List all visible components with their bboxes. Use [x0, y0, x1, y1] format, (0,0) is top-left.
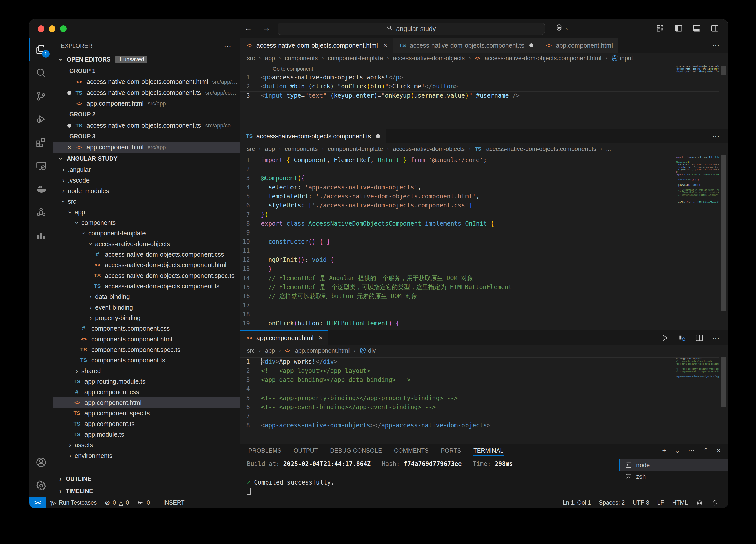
tree-folder-src[interactable]: ›src	[53, 196, 240, 207]
breadcrumb-item[interactable]: components	[285, 146, 318, 153]
breadcrumb-item[interactable]: component-template	[328, 146, 383, 153]
tree-folder-components[interactable]: ›components	[53, 217, 240, 228]
activity-organization[interactable]	[29, 201, 53, 224]
tree-file-components.component.css[interactable]: #components.component.css	[53, 323, 240, 334]
tree-folder-component-template[interactable]: ›component-template	[53, 228, 240, 239]
toggle-panel-icon[interactable]	[692, 24, 701, 33]
panel-tab-ports[interactable]: PORTS	[441, 444, 461, 457]
panel-tab-output[interactable]: OUTPUT	[294, 444, 318, 457]
tree-folder-access-native-dom-objects[interactable]: ›access-native-dom-objects	[53, 239, 240, 249]
tree-file-app-routing.module.ts[interactable]: TSapp-routing.module.ts	[53, 376, 240, 387]
close-icon[interactable]: ×	[319, 334, 323, 342]
close-icon[interactable]: ×	[383, 41, 387, 49]
tree-file-access-native-dom-objects.component.spec.ts[interactable]: TSaccess-native-dom-objects.component.sp…	[53, 270, 240, 281]
tree-file-app.component.spec.ts[interactable]: TSapp.component.spec.ts	[53, 408, 240, 418]
tab-access-native-dom-objects.component.ts[interactable]: TSaccess-native-dom-objects.component.ts	[240, 129, 386, 144]
activity-explorer[interactable]: 1	[29, 38, 53, 61]
breadcrumb-item[interactable]: app	[265, 347, 275, 354]
tree-file-access-native-dom-objects.component.html[interactable]: <>access-native-dom-objects.component.ht…	[53, 260, 240, 270]
tree-file-components.component.spec.ts[interactable]: TScomponents.component.spec.ts	[53, 344, 240, 355]
terminal-instance-zsh[interactable]: zsh	[619, 471, 728, 482]
open-editors-header[interactable]: ›OPEN EDITORS1 unsaved	[53, 54, 240, 65]
breadcrumb-item[interactable]: div	[360, 347, 376, 354]
plus-icon[interactable]: +	[662, 447, 666, 455]
breadcrumb-item[interactable]: <>access-native-dom-objects.component.ht…	[475, 55, 601, 62]
status-item[interactable]: ▷▷Run Testcases	[46, 497, 101, 508]
tree-file-components.component.ts[interactable]: TScomponents.component.ts	[53, 355, 240, 365]
status-item[interactable]: 0	[133, 497, 154, 508]
preview-icon[interactable]	[678, 333, 686, 342]
breadcrumb-item[interactable]: components	[285, 55, 318, 62]
status-item[interactable]: LF	[653, 499, 668, 506]
panel-tab-terminal[interactable]: TERMINAL	[473, 444, 504, 457]
tree-file-access-native-dom-objects.component.css[interactable]: #access-native-dom-objects.component.css	[53, 249, 240, 260]
chev-down-icon[interactable]: ⌄	[674, 447, 680, 455]
open-editor-item[interactable]: <>app.component.htmlsrc/app	[53, 98, 240, 109]
tree-file-app.component.html[interactable]: <>app.component.html	[53, 397, 240, 408]
panel-tab-problems[interactable]: PROBLEMS	[248, 444, 281, 457]
breadcrumb-item[interactable]: access-native-dom-objects	[393, 55, 465, 62]
code-editor[interactable]: 1<div>App works!</div>2<!-- <app-layout>…	[240, 356, 728, 444]
more-actions-icon[interactable]: ⋯	[712, 333, 720, 342]
zoom-window-button[interactable]	[60, 25, 67, 32]
activity-docker[interactable]	[29, 177, 53, 201]
customize-layout-icon[interactable]	[656, 24, 665, 33]
tree-file-access-native-dom-objects.component.ts[interactable]: TSaccess-native-dom-objects.component.ts	[53, 281, 240, 291]
vertical-scrollbar[interactable]	[721, 66, 726, 75]
activity-settings-gear[interactable]	[29, 474, 53, 497]
status-item[interactable]	[692, 499, 707, 506]
tree-folder-shared[interactable]: ›shared	[53, 365, 240, 376]
breadcrumb-item[interactable]: ...	[606, 146, 611, 153]
more-icon[interactable]: ⋯	[688, 447, 695, 455]
code-editor[interactable]: Go to component1<p>access-native-dom-obj…	[240, 64, 728, 129]
section-outline[interactable]: ›OUTLINE	[53, 473, 240, 485]
breadcrumb-item[interactable]: src	[247, 146, 255, 153]
section-timeline[interactable]: ›TIMELINE	[53, 485, 240, 497]
tree-file-components.component.html[interactable]: <>components.component.html	[53, 334, 240, 344]
activity-extensions[interactable]	[29, 131, 53, 154]
breadcrumb-item[interactable]: app	[265, 146, 275, 153]
panel-tab-debug-console[interactable]: DEBUG CONSOLE	[330, 444, 382, 457]
tab-app.component.html[interactable]: <>app.component.html×	[240, 330, 329, 345]
activity-run-debug[interactable]	[29, 108, 53, 131]
remote-indicator[interactable]: ><	[29, 497, 46, 508]
activity-chart[interactable]	[29, 224, 53, 247]
tree-folder-.angular[interactable]: ›.angular	[53, 164, 240, 175]
play-icon[interactable]	[661, 333, 669, 342]
tree-folder-node_modules[interactable]: ›node_modules	[53, 186, 240, 196]
close-icon[interactable]: ×	[64, 144, 74, 151]
breadcrumb-item[interactable]: component-template	[328, 55, 383, 62]
tab-app.component.html[interactable]: <>app.component.html	[539, 38, 619, 53]
command-center-search[interactable]: angular-study	[278, 23, 545, 35]
breadcrumb-item[interactable]: <>app.component.html	[285, 347, 350, 354]
codelens-link[interactable]: Go to component	[240, 65, 728, 73]
status-item[interactable]: UTF-8	[629, 499, 653, 506]
activity-remote-explorer[interactable]	[29, 154, 53, 177]
forward-arrow-icon[interactable]: →	[262, 23, 270, 33]
breadcrumb-item[interactable]: src	[247, 347, 255, 354]
toggle-primary-sidebar-icon[interactable]	[674, 24, 683, 33]
activity-source-control[interactable]	[29, 85, 53, 108]
tree-file-app.component.ts[interactable]: TSapp.component.ts	[53, 418, 240, 429]
close-window-button[interactable]	[38, 25, 44, 32]
project-header[interactable]: ›ANGULAR-STUDY	[53, 153, 240, 164]
tree-folder-assets[interactable]: ›assets	[53, 440, 240, 450]
copilot-menu-button[interactable]: ⌄	[555, 23, 569, 33]
breadcrumb-item[interactable]: src	[247, 55, 255, 62]
tree-file-app.module.ts[interactable]: TSapp.module.ts	[53, 429, 240, 440]
tree-folder-event-binding[interactable]: ›event-binding	[53, 302, 240, 312]
breadcrumb-item[interactable]: TSaccess-native-dom-objects.component.ts	[475, 146, 596, 153]
split-icon[interactable]	[695, 333, 704, 342]
status-item[interactable]: -- INSERT --	[154, 497, 194, 508]
open-editor-item[interactable]: ×<>app.component.htmlsrc/app	[53, 142, 240, 153]
close-icon[interactable]: ×	[717, 447, 721, 455]
toggle-secondary-sidebar-icon[interactable]	[711, 24, 719, 33]
status-item[interactable]: ⊗0△0	[101, 497, 133, 508]
activity-search[interactable]	[29, 61, 53, 85]
back-arrow-icon[interactable]: ←	[244, 23, 252, 33]
terminal-instance-node[interactable]: node	[619, 459, 728, 471]
breadcrumb-item[interactable]: access-native-dom-objects	[393, 146, 465, 153]
activity-account[interactable]	[29, 451, 53, 474]
panel-tab-comments[interactable]: COMMENTS	[394, 444, 429, 457]
tree-folder-property-binding[interactable]: ›property-binding	[53, 312, 240, 323]
